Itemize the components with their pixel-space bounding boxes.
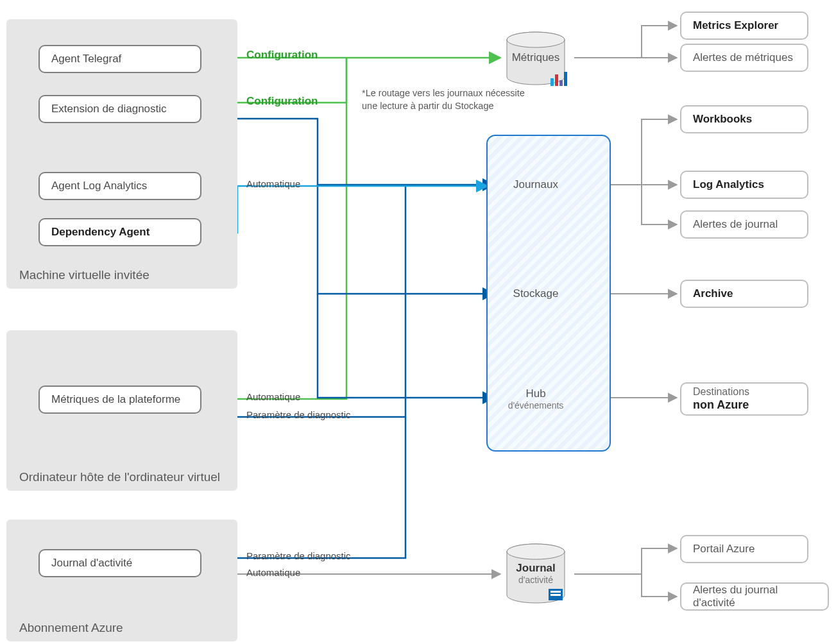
edge-label-auto1: Automatique <box>246 178 300 189</box>
outcome-log-analytics: Log Analytics <box>680 171 808 199</box>
panel-title: Ordinateur hôte de l'ordinateur virtuel <box>19 470 220 484</box>
svg-rect-31 <box>550 591 561 593</box>
node-label: Agent Log Analytics <box>51 180 147 192</box>
svg-rect-12 <box>555 74 558 86</box>
store-eventhub-title: Hub <box>497 387 574 400</box>
edge-label-auto2: Automatique <box>246 391 300 402</box>
node-activity-log: Journal d'activité <box>38 549 201 577</box>
svg-rect-14 <box>564 72 567 86</box>
store-metrics-label: Métriques <box>497 51 574 64</box>
node-label: Extension de diagnostic <box>51 103 167 115</box>
svg-rect-11 <box>550 78 554 86</box>
panel-title: Machine virtuelle invitée <box>19 268 149 282</box>
svg-point-10 <box>507 544 565 559</box>
node-label: Métriques de la plateforme <box>51 393 180 406</box>
footnote: *Le routage vers les journaux nécessite … <box>362 87 525 112</box>
outcome-activity-alerts: Alertes du journal d'activité <box>680 582 829 611</box>
outcome-non-azure: Destinations non Azure <box>680 382 808 416</box>
edge-label-config1: Configuration <box>246 49 318 62</box>
store-storage-label: Stockage <box>497 287 574 300</box>
panel-vm-host: Métriques de la plateforme Ordinateur hô… <box>6 330 237 491</box>
node-platform-metrics: Métriques de la plateforme <box>38 386 201 414</box>
outcome-metric-alerts: Alertes de métriques <box>680 44 808 72</box>
svg-rect-30 <box>549 589 563 600</box>
svg-point-0 <box>507 32 565 47</box>
svg-rect-13 <box>559 80 563 86</box>
outcome-label: Log Analytics <box>693 178 764 191</box>
outcome-log-alerts: Alertes de journal <box>680 210 808 239</box>
node-la-agent: Agent Log Analytics <box>38 172 201 200</box>
store-activity-label: Journal d'activité <box>497 562 574 585</box>
node-label: Dependency Agent <box>51 226 149 239</box>
outcome-metrics-explorer: Metrics Explorer <box>680 12 808 40</box>
svg-point-9 <box>507 544 565 559</box>
panel-vm-guest: Agent Telegraf Extension de diagnostic A… <box>6 19 237 289</box>
outcome-label: Archive <box>693 287 733 300</box>
outcome-label: Portail Azure <box>693 543 755 555</box>
outcome-archive: Archive <box>680 280 808 308</box>
store-logs-label: Journaux <box>497 178 574 191</box>
footnote-l2: une lecture à partir du Stockage <box>362 100 525 113</box>
store-activity-sub: d'activité <box>497 575 574 585</box>
panel-title: Abonnement Azure <box>19 621 123 635</box>
node-label: Agent Telegraf <box>51 53 121 65</box>
svg-rect-32 <box>550 594 561 596</box>
outcome-line2: non Azure <box>693 398 749 412</box>
edge-label-auto3: Automatique <box>246 567 300 578</box>
node-telegraf: Agent Telegraf <box>38 45 201 73</box>
edge-label-diag-setting2: Paramètre de diagnostic <box>246 550 351 561</box>
node-dep-agent: Dependency Agent <box>38 218 201 246</box>
edge-label-config2: Configuration <box>246 95 318 108</box>
outcome-label: Alertes de métriques <box>693 51 793 64</box>
outcome-line1: Destinations <box>693 386 749 398</box>
node-diag-ext: Extension de diagnostic <box>38 95 201 123</box>
outcome-portal: Portail Azure <box>680 535 808 563</box>
outcome-workbooks: Workbooks <box>680 105 808 133</box>
node-label: Journal d'activité <box>51 557 132 570</box>
outcome-label: Alertes du journal d'activité <box>693 584 816 609</box>
outcome-label: Workbooks <box>693 113 752 126</box>
outcome-label: Metrics Explorer <box>693 19 778 32</box>
store-activity-title: Journal <box>497 562 574 575</box>
outcome-label: Alertes de journal <box>693 218 778 231</box>
footnote-l1: *Le routage vers les journaux nécessite <box>362 87 525 100</box>
panel-subscription: Journal d'activité Abonnement Azure <box>6 520 237 641</box>
store-eventhub-sub: d'événements <box>497 400 574 411</box>
svg-point-2 <box>507 32 565 47</box>
edge-label-diag-setting: Paramètre de diagnostic <box>246 409 351 420</box>
store-eventhub-label: Hub d'événements <box>497 387 574 411</box>
